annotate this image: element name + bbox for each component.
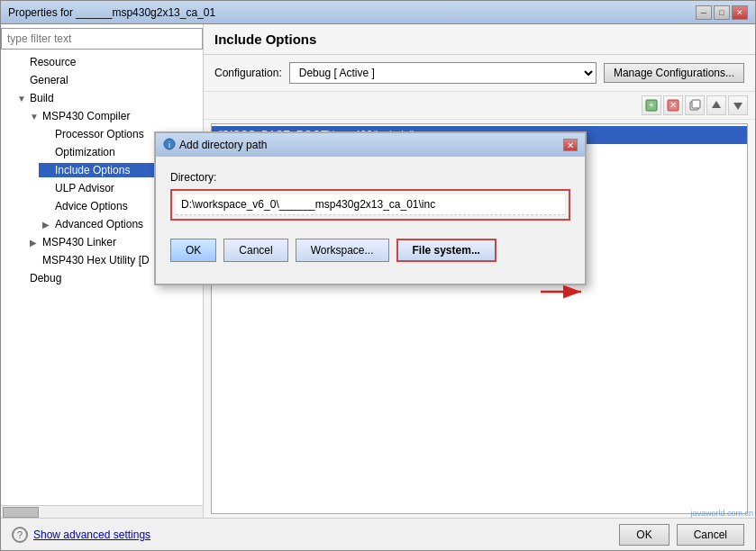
sidebar-scrollbar[interactable] [1,505,204,518]
delete-include-button[interactable]: ✕ [663,95,683,115]
config-row: Configuration: Debug [ Active ] Manage C… [204,55,755,92]
minimize-button[interactable]: ─ [696,5,712,20]
dialog-buttons: OK Cancel Workspace... File system... [170,239,570,269]
move-down-button[interactable] [728,95,748,115]
help-icon[interactable]: ? [12,527,28,543]
sidebar-item-build[interactable]: ▼ Build [1,89,203,107]
dialog-title-text: Add directory path [179,139,563,151]
sidebar-item-label: MSP430 Compiler [42,110,130,122]
window-title: Properties for ______msp430g2x13_ca_01 [8,6,215,19]
close-button[interactable]: ✕ [732,5,748,20]
sidebar-item-label: Processor Options [55,128,144,140]
sidebar-item-label: Optimization [55,146,115,158]
dialog-workspace-button[interactable]: Workspace... [296,239,389,262]
sidebar-item-label: MSP430 Linker [42,236,116,248]
directory-label: Directory: [170,171,570,184]
add-directory-dialog: i Add directory path ✕ Directory: OK Can… [154,131,587,285]
dialog-title-bar: i Add directory path ✕ [156,133,585,157]
svg-rect-5 [692,100,700,108]
expand-icon-linker: ▶ [30,238,42,248]
sidebar-item-label: General [30,74,68,86]
bottom-buttons: OK Cancel [619,524,744,546]
expand-icon-compiler: ▼ [30,112,42,122]
sidebar-item-label: Advice Options [55,200,128,212]
sidebar-item-resource[interactable]: Resource [1,53,203,71]
directory-input[interactable] [176,194,565,215]
sidebar-item-label: Include Options [55,164,130,176]
sidebar-item-general[interactable]: General [1,71,203,89]
sidebar-item-label: Advanced Options [55,218,143,230]
cancel-button[interactable]: Cancel [677,524,744,546]
sidebar-item-label: Resource [30,56,76,68]
dialog-cancel-button[interactable]: Cancel [223,239,287,262]
main-window: Properties for ______msp430g2x13_ca_01 ─… [0,0,756,551]
sidebar-item-msp430-compiler[interactable]: ▼ MSP430 Compiler [1,107,203,125]
move-up-button[interactable] [706,95,726,115]
expand-icon-build: ▼ [17,94,30,104]
config-label: Configuration: [214,67,282,79]
panel-toolbar: + ✕ [204,92,755,120]
dialog-file-system-button[interactable]: File system... [396,239,496,262]
ok-button[interactable]: OK [619,524,669,546]
copy-include-button[interactable] [685,95,705,115]
svg-text:i: i [169,140,170,149]
panel-header: Include Options [204,24,755,55]
sidebar-item-label: MSP430 Hex Utility [D [42,254,150,266]
svg-marker-6 [712,101,721,108]
directory-area [170,189,570,221]
bottom-bar: ? Show advanced settings OK Cancel [1,518,755,550]
svg-text:+: + [649,100,654,110]
dialog-icon: i [163,138,176,150]
filter-input[interactable] [1,28,203,50]
title-bar: Properties for ______msp430g2x13_ca_01 ─… [1,1,755,24]
dialog-body: Directory: OK Cancel Workspace... File s… [156,157,585,284]
expand-icon-advanced: ▶ [42,220,55,230]
maximize-button[interactable]: □ [714,5,730,20]
dialog-ok-button[interactable]: OK [170,239,216,262]
manage-configurations-button[interactable]: Manage Configurations... [604,63,744,83]
show-advanced-link[interactable]: Show advanced settings [33,528,150,541]
svg-marker-7 [733,103,742,110]
sidebar-item-label: ULP Advisor [55,182,114,194]
dialog-close-button[interactable]: ✕ [563,139,578,151]
sidebar-item-label: Debug [30,272,61,285]
config-dropdown[interactable]: Debug [ Active ] [289,62,597,84]
svg-text:✕: ✕ [669,100,677,110]
add-include-button[interactable]: + [642,95,661,115]
sidebar-item-label: Build [30,92,54,104]
title-bar-buttons: ─ □ ✕ [696,5,748,20]
